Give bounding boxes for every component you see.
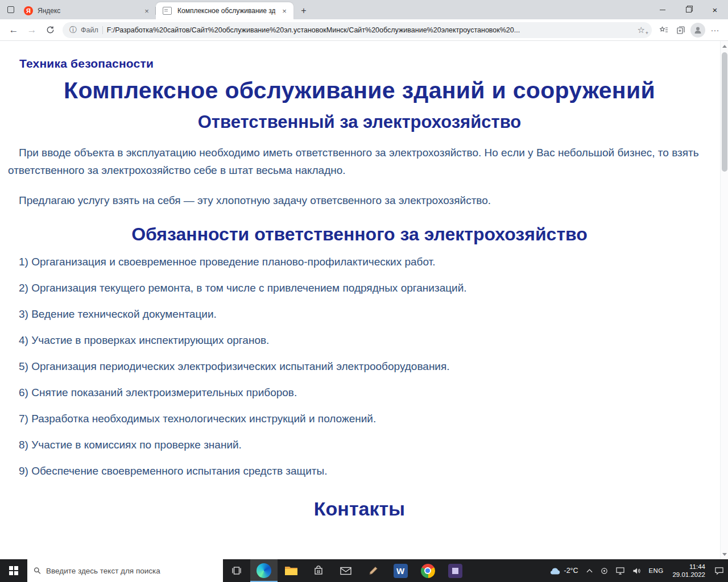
mail-envelope-icon	[340, 567, 351, 575]
duty-item: 7) Разработка необходимых технологически…	[19, 412, 711, 425]
duty-item: 5) Организация периодических электрофизи…	[19, 360, 711, 373]
duty-item: 6) Снятие показаний электроизмерительных…	[19, 386, 711, 399]
duty-item: 2) Организация текущего ремонта, в том ч…	[19, 281, 711, 294]
word-icon: W	[394, 564, 408, 578]
safety-link[interactable]: Техника безопасности	[19, 57, 711, 70]
minimize-icon	[660, 10, 665, 10]
triangle-up-icon	[722, 45, 727, 48]
task-view-button[interactable]	[223, 559, 250, 582]
divider	[102, 26, 103, 34]
hidden-icons-button[interactable]	[582, 559, 597, 582]
profile-avatar[interactable]	[690, 23, 705, 38]
browser-toolbar: ← → ⓘ Файл F:/Разработка%20сайтов/Сайт%2…	[0, 19, 728, 41]
duty-item: 9) Обеспечение своевременного испытания …	[19, 464, 711, 477]
back-button[interactable]: ←	[5, 22, 23, 39]
tab-yandex[interactable]: Я Яндекс ×	[18, 2, 156, 19]
page-title: Комплексное обслуживание зданий и сооруж…	[8, 77, 711, 104]
collections-icon[interactable]	[672, 22, 689, 39]
temperature-label: -2°C	[564, 567, 578, 575]
forward-button[interactable]: →	[23, 22, 41, 39]
time-label: 11:44	[672, 563, 705, 571]
new-tab-button[interactable]: +	[296, 3, 312, 19]
edge-taskbar-button[interactable]	[250, 559, 278, 582]
store-button[interactable]	[305, 559, 332, 582]
refresh-button[interactable]	[41, 22, 59, 39]
site-label: Файл	[81, 26, 98, 34]
site-info-icon[interactable]: ⓘ	[69, 25, 77, 35]
close-tab-icon[interactable]: ×	[142, 6, 151, 15]
pen-app-button[interactable]	[359, 559, 387, 582]
duties-heading: Обязанности ответственного за электрохоз…	[8, 224, 711, 245]
network-tray-icon[interactable]	[612, 559, 628, 582]
yandex-favicon-icon: Я	[24, 6, 33, 15]
edge-icon	[257, 563, 271, 578]
language-indicator[interactable]: ENG	[645, 559, 668, 582]
address-bar[interactable]: ⓘ Файл F:/Разработка%20сайтов/Сайт%20обс…	[63, 22, 652, 38]
article: Техника безопасности Комплексное обслужи…	[0, 41, 728, 520]
minimize-button[interactable]	[650, 0, 676, 19]
scroll-down-icon[interactable]	[721, 550, 728, 558]
browser-window: Я Яндекс × Комплексное обслуживание зд..…	[0, 0, 728, 582]
star-bar-icon	[659, 26, 668, 35]
refresh-icon	[46, 26, 55, 34]
task-view-icon	[231, 565, 242, 576]
app-button[interactable]	[441, 559, 469, 582]
action-center-button[interactable]	[710, 559, 728, 582]
paragraph-intro: При вводе объекта в эксплуатацию необход…	[8, 144, 711, 179]
tab-current[interactable]: Комплексное обслуживание зд... ×	[156, 2, 293, 19]
person-icon	[693, 26, 702, 35]
page-subtitle: Ответственный за электрохозяйство	[8, 112, 711, 132]
contacts-heading: Контакты	[8, 498, 711, 520]
volume-tray-icon[interactable]	[628, 559, 645, 582]
duty-item: 4) Участие в проверках инспектирующих ор…	[19, 334, 711, 347]
cloud-icon	[549, 567, 561, 575]
duty-item: 1) Оргаганизация и своевременное проведе…	[19, 255, 711, 268]
start-button[interactable]	[0, 559, 27, 582]
search-input[interactable]	[46, 567, 217, 575]
folder-icon	[284, 565, 298, 576]
tab-actions-icon[interactable]	[3, 0, 18, 19]
duty-item: 8) Участие в комиссиях по проверке знани…	[19, 438, 711, 451]
speaker-icon	[632, 567, 641, 575]
file-explorer-button[interactable]	[278, 559, 305, 582]
taskbar: W -2°C ENG	[0, 559, 728, 582]
mail-button[interactable]	[332, 559, 359, 582]
close-tab-icon[interactable]: ×	[280, 6, 289, 15]
taskbar-search[interactable]	[27, 559, 223, 582]
scroll-up-icon[interactable]	[721, 42, 728, 50]
add-favorite-star-icon[interactable]: ☆	[638, 25, 645, 35]
url-text[interactable]: F:/Разработка%20сайтов/Сайт%20обслуживан…	[107, 26, 634, 34]
window-controls: ×	[650, 0, 728, 19]
duties-list: 1) Оргаганизация и своевременное проведе…	[19, 255, 711, 477]
duty-item: 3) Ведение технической документации.	[19, 307, 711, 321]
tray-app-icon[interactable]	[597, 559, 612, 582]
circle-icon	[601, 567, 608, 575]
page-content: Техника безопасности Комплексное обслужи…	[0, 41, 728, 559]
chrome-icon	[421, 564, 435, 578]
notification-icon	[714, 567, 724, 575]
weather-widget[interactable]: -2°C	[545, 559, 582, 582]
triangle-down-icon	[722, 553, 727, 556]
search-icon	[34, 567, 41, 575]
tab-strip: Я Яндекс × Комплексное обслуживание зд..…	[0, 0, 728, 19]
windows-logo-icon	[9, 566, 18, 575]
collections-glyph-icon	[676, 26, 685, 35]
chrome-button[interactable]	[414, 559, 441, 582]
app-icon	[448, 564, 462, 578]
document-favicon-icon	[163, 7, 172, 15]
system-tray: -2°C ENG 11:44 29.01.2022	[545, 559, 728, 582]
language-label: ENG	[649, 567, 664, 574]
settings-menu-icon[interactable]: ···	[706, 22, 723, 39]
tab-title: Комплексное обслуживание зд...	[177, 7, 275, 15]
monitor-icon	[616, 567, 624, 575]
clock[interactable]: 11:44 29.01.2022	[667, 559, 710, 582]
word-button[interactable]: W	[387, 559, 414, 582]
pen-icon	[367, 565, 379, 576]
scrollbar[interactable]	[720, 41, 728, 559]
close-window-button[interactable]: ×	[702, 0, 728, 19]
date-label: 29.01.2022	[672, 571, 705, 579]
restore-button[interactable]	[676, 0, 702, 19]
square-icon	[7, 6, 14, 13]
scrollbar-thumb[interactable]	[722, 52, 727, 172]
favorites-icon[interactable]	[655, 22, 672, 39]
